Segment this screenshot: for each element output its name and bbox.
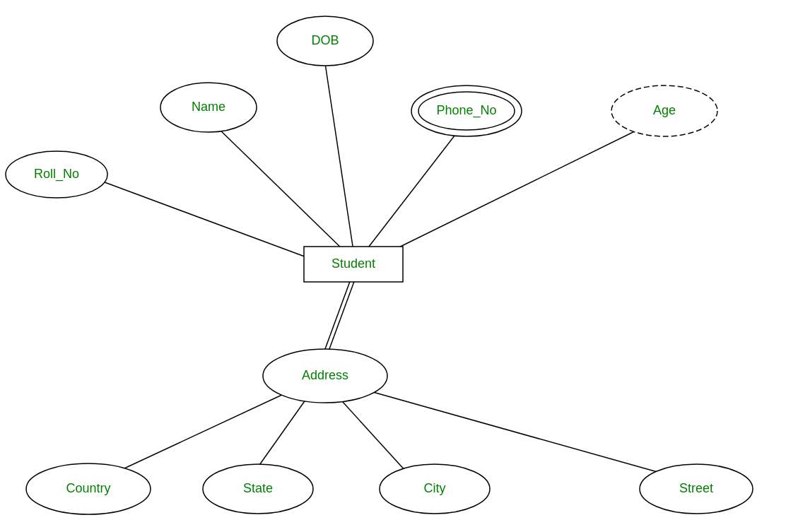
- label-phone: Phone_No: [436, 103, 496, 118]
- line-address-country: [117, 389, 295, 472]
- label-country: Country: [66, 481, 110, 495]
- line-student-rollno: [99, 180, 322, 263]
- line-student-phone: [364, 129, 459, 253]
- line-student-age: [382, 124, 650, 256]
- label-address: Address: [302, 368, 348, 382]
- line-student-name: [216, 126, 346, 253]
- label-state: State: [243, 481, 273, 495]
- label-name: Name: [192, 100, 225, 114]
- er-diagram: DOB Name Phone_No Age Roll_No Student Ad…: [0, 0, 786, 532]
- line-student-address-2: [327, 278, 356, 355]
- label-rollno: Roll_No: [34, 167, 79, 182]
- line-student-dob: [325, 64, 353, 251]
- label-student: Student: [332, 256, 375, 271]
- label-dob: DOB: [311, 33, 339, 47]
- line-student-address-1: [323, 278, 351, 355]
- line-address-street: [360, 389, 657, 472]
- label-street: Street: [679, 481, 713, 495]
- line-address-city: [336, 394, 406, 472]
- label-city: City: [424, 481, 446, 495]
- label-age: Age: [653, 103, 676, 117]
